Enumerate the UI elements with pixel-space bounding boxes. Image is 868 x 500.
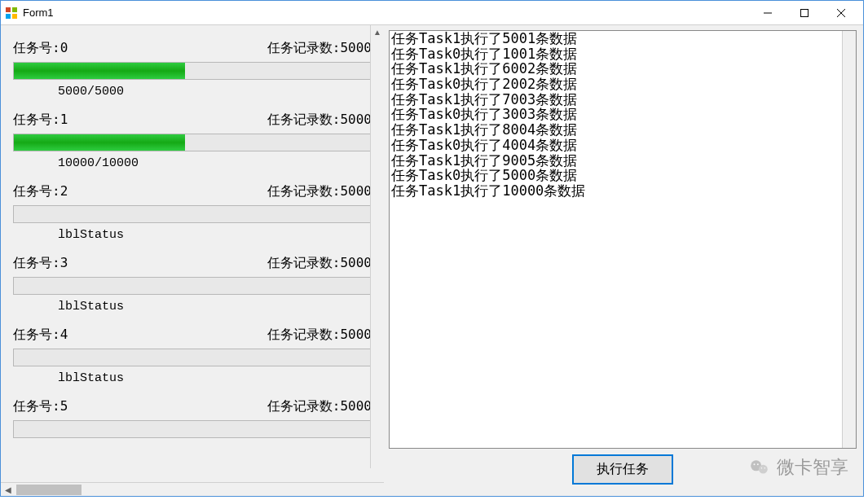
svg-point-11 (757, 463, 759, 465)
app-window: Form1 任务号:0任务记录数:50005000/5000任务号:1任务记录数… (0, 0, 864, 497)
svg-point-9 (759, 465, 768, 474)
wechat-icon (749, 457, 770, 478)
task-header: 任务号:4任务记录数:5000 (13, 327, 372, 344)
log-line: 任务Task0执行了2002条数据 (391, 77, 854, 92)
log-line: 任务Task1执行了9005条数据 (391, 153, 854, 169)
task-header: 任务号:1任务记录数:5000 (13, 112, 372, 129)
progress-bar (13, 349, 372, 366)
task-scroll-area[interactable]: 任务号:0任务记录数:50005000/5000任务号:1任务记录数:50001… (1, 25, 384, 482)
progress-bar (13, 62, 372, 80)
svg-rect-5 (800, 9, 808, 16)
task-header: 任务号:0任务记录数:5000 (13, 40, 372, 57)
log-panel: 任务Task1执行了5001条数据任务Task0执行了1001条数据任务Task… (384, 25, 863, 496)
task-count-label: 任务记录数:5000 (267, 183, 372, 200)
window-controls (749, 2, 859, 24)
task-header: 任务号:5任务记录数:5000 (13, 398, 372, 415)
svg-rect-0 (6, 7, 11, 12)
task-status-label: lblStatus (58, 371, 372, 385)
log-line: 任务Task0执行了5000条数据 (391, 168, 854, 183)
execute-button[interactable]: 执行任务 (572, 454, 673, 485)
progress-bar (13, 420, 372, 438)
progress-bar-fill (14, 63, 185, 79)
scroll-up-icon[interactable]: ▲ (371, 25, 384, 39)
task-vertical-scrollbar[interactable]: ▲ (370, 25, 384, 468)
task-item: 任务号:1任务记录数:500010000/10000 (1, 105, 384, 177)
close-button[interactable] (822, 2, 859, 24)
minimize-button[interactable] (749, 2, 786, 24)
progress-bar (13, 134, 372, 151)
progress-bar (13, 277, 372, 295)
titlebar[interactable]: Form1 (1, 1, 863, 25)
log-line: 任务Task0执行了4004条数据 (391, 138, 854, 153)
task-list: 任务号:0任务记录数:50005000/5000任务号:1任务记录数:50001… (1, 25, 384, 441)
svg-point-10 (754, 463, 756, 465)
svg-rect-2 (6, 14, 11, 19)
window-title: Form1 (23, 7, 749, 19)
task-item: 任务号:0任务记录数:50005000/5000 (1, 33, 384, 105)
task-count-label: 任务记录数:5000 (267, 40, 372, 57)
log-textbox[interactable]: 任务Task1执行了5001条数据任务Task0执行了1001条数据任务Task… (389, 30, 857, 449)
task-count-label: 任务记录数:5000 (267, 398, 372, 415)
svg-point-13 (764, 467, 766, 469)
task-item: 任务号:5任务记录数:5000 (1, 392, 384, 441)
task-status-label: lblStatus (58, 300, 372, 314)
log-vertical-scrollbar[interactable] (842, 31, 856, 448)
task-status-label: lblStatus (58, 228, 372, 242)
maximize-button[interactable] (786, 2, 822, 24)
progress-bar-fill (14, 134, 185, 151)
log-line: 任务Task1执行了6002条数据 (391, 61, 854, 77)
app-icon (5, 7, 18, 20)
task-panel: 任务号:0任务记录数:50005000/5000任务号:1任务记录数:50001… (1, 25, 384, 496)
scroll-thumb[interactable] (16, 485, 82, 495)
task-status-label: 10000/10000 (58, 156, 372, 170)
task-item: 任务号:3任务记录数:5000lblStatus (1, 248, 384, 320)
task-item: 任务号:4任务记录数:5000lblStatus (1, 320, 384, 392)
log-line: 任务Task1执行了10000条数据 (391, 183, 854, 199)
task-header: 任务号:2任务记录数:5000 (13, 183, 372, 200)
log-line: 任务Task1执行了5001条数据 (391, 31, 854, 46)
svg-point-12 (761, 467, 763, 469)
task-id-label: 任务号:0 (13, 40, 68, 57)
task-id-label: 任务号:4 (13, 327, 68, 344)
task-count-label: 任务记录数:5000 (267, 327, 372, 344)
scroll-left-icon[interactable]: ◀ (1, 483, 15, 496)
task-header: 任务号:3任务记录数:5000 (13, 255, 372, 272)
log-line: 任务Task0执行了1001条数据 (391, 46, 854, 62)
log-line: 任务Task1执行了8004条数据 (391, 122, 854, 138)
task-horizontal-scrollbar[interactable]: ◀ (1, 482, 384, 496)
log-line: 任务Task1执行了7003条数据 (391, 92, 854, 107)
task-count-label: 任务记录数:5000 (267, 255, 372, 272)
task-id-label: 任务号:5 (13, 398, 68, 415)
svg-rect-3 (12, 14, 17, 19)
content-area: 任务号:0任务记录数:50005000/5000任务号:1任务记录数:50001… (1, 25, 863, 496)
watermark-text: 微卡智享 (777, 455, 848, 480)
task-id-label: 任务号:3 (13, 255, 68, 272)
task-id-label: 任务号:1 (13, 112, 68, 129)
progress-bar (13, 205, 372, 223)
task-status-label: 5000/5000 (58, 85, 372, 99)
task-id-label: 任务号:2 (13, 183, 68, 200)
svg-rect-1 (12, 7, 17, 12)
task-item: 任务号:2任务记录数:5000lblStatus (1, 177, 384, 248)
watermark: 微卡智享 (749, 455, 848, 480)
log-line: 任务Task0执行了3003条数据 (391, 107, 854, 122)
task-count-label: 任务记录数:5000 (267, 112, 372, 129)
